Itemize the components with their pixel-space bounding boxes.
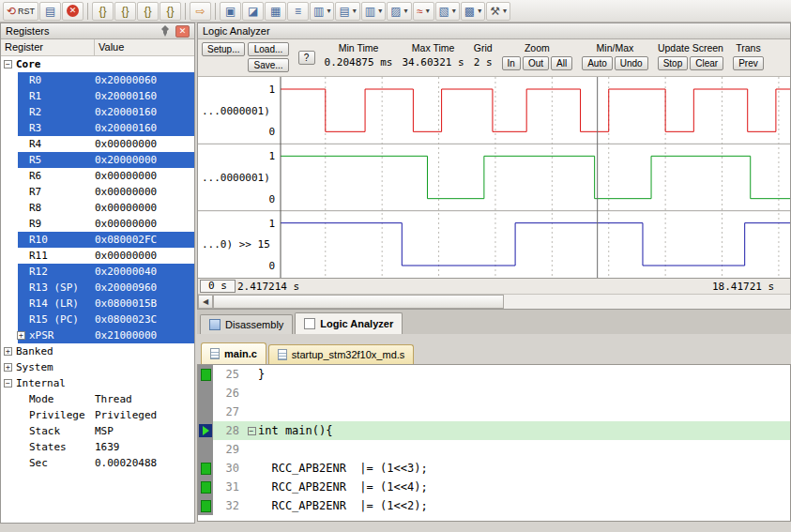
register-column-header[interactable]: Register (1, 39, 95, 55)
code-line-28[interactable]: 28−int main(){ (198, 421, 790, 440)
register-row-sec[interactable]: Sec0.00020488 (1, 455, 194, 471)
breakpoint-margin[interactable] (198, 478, 213, 496)
serial-window-button[interactable]: ▨▾ (387, 2, 411, 21)
run-to-cursor-button[interactable]: {} (160, 2, 181, 21)
command-window-button[interactable]: ▣ (220, 2, 241, 21)
register-row-r4[interactable]: R40x00000000 (1, 136, 194, 152)
register-row-r2[interactable]: R20x20000160 (1, 104, 194, 120)
code-line-27[interactable]: 27 (198, 403, 790, 421)
code-line-25[interactable]: 25} (198, 365, 790, 384)
tree-expander-icon[interactable]: + (4, 347, 12, 356)
tree-expander-icon[interactable]: − (4, 60, 12, 68)
tree-expander-icon[interactable]: + (4, 363, 12, 372)
register-row-r11[interactable]: R110x00000000 (1, 248, 194, 264)
dropdown-arrow-icon[interactable]: ▾ (353, 7, 357, 15)
show-next-statement-button[interactable]: ⇨ (190, 2, 211, 21)
register-row-xpsr[interactable]: +xPSR0x21000000 (1, 327, 194, 343)
memory-window-button[interactable]: ▥▾ (361, 2, 386, 21)
call-stack-window-button[interactable]: ▥▾ (310, 2, 334, 21)
horizontal-scrollbar[interactable]: ◀ (198, 295, 790, 309)
register-row-r15-pc[interactable]: R15 (PC)0x0800023C (1, 312, 194, 327)
waveform-area[interactable]: ...0000001)10...0000001)10...0) >> 1510 (198, 77, 790, 279)
breakpoint-margin[interactable] (198, 440, 213, 459)
breakpoint-margin[interactable] (198, 365, 213, 384)
save-button[interactable]: Save... (248, 58, 288, 72)
register-row-core[interactable]: −Core (1, 56, 194, 72)
breakpoint-margin[interactable] (198, 421, 213, 440)
fold-collapse-icon[interactable]: − (248, 427, 256, 435)
zoom-all-button[interactable]: All (551, 56, 572, 70)
register-row-r8[interactable]: R80x00000000 (1, 200, 194, 216)
setup-button[interactable]: Setup... (202, 42, 245, 56)
minmax-undo-button[interactable]: Undo (615, 56, 648, 70)
zoom-out-button[interactable]: Out (523, 56, 549, 70)
breakpoint-margin[interactable] (198, 459, 213, 478)
step-into-button[interactable]: {} (92, 2, 114, 21)
register-row-r7[interactable]: R70x00000000 (1, 184, 194, 200)
disassembly-window-button[interactable]: ◪ (242, 2, 264, 21)
dropdown-arrow-icon[interactable]: ▾ (403, 7, 407, 15)
tree-expander-icon[interactable]: − (4, 379, 12, 388)
scroll-left-icon[interactable]: ◀ (198, 295, 213, 309)
register-row-r9[interactable]: R90x00000000 (1, 216, 194, 232)
pin-icon[interactable] (159, 25, 172, 38)
fold-column[interactable]: − (245, 421, 258, 440)
register-row-r5[interactable]: R50x20000000 (1, 152, 194, 168)
dropdown-arrow-icon[interactable]: ▾ (478, 7, 481, 15)
register-row-r0[interactable]: R00x20000060 (1, 72, 194, 88)
code-area[interactable]: 25}262728−int main(){2930 RCC_APB2ENR |=… (197, 364, 791, 522)
register-row-r10[interactable]: R100x080002FC (1, 232, 194, 248)
code-line-29[interactable]: 29 (198, 440, 790, 459)
reset-button[interactable]: ⟲RST (3, 2, 38, 21)
symbol-window-button[interactable]: ▦ (265, 2, 286, 21)
register-row-r3[interactable]: R30x20000160 (1, 120, 194, 136)
breakpoint-margin[interactable] (198, 384, 213, 403)
system-viewer-button[interactable]: ▩▾ (461, 2, 485, 21)
register-row-privilege[interactable]: PrivilegePrivileged (1, 407, 194, 423)
value-column-header[interactable]: Value (95, 39, 194, 55)
debug-toolbox-button[interactable]: ⚒▾ (486, 2, 510, 21)
register-row-mode[interactable]: ModeThread (1, 391, 194, 407)
source-window-button[interactable]: ▤ (39, 2, 61, 21)
waveform-svg[interactable]: ...0000001)10...0000001)10...0) >> 1510 (198, 77, 790, 278)
register-row-r13-sp[interactable]: R13 (SP)0x20000960 (1, 280, 194, 296)
editor-tab-main-c[interactable]: main.c (201, 342, 266, 364)
register-row-r6[interactable]: R60x00000000 (1, 168, 194, 184)
editor-tab-startup-stm32f10x-md-s[interactable]: startup_stm32f10x_md.s (268, 344, 414, 364)
close-icon[interactable]: ✕ (175, 25, 190, 38)
registers-window-button[interactable]: ≡ (287, 2, 309, 21)
breakpoint-margin[interactable] (198, 496, 213, 515)
transition-prev-button[interactable]: Prev (733, 56, 764, 70)
register-row-banked[interactable]: +Banked (1, 343, 194, 359)
ruler-origin-box[interactable]: 0 s (200, 280, 236, 293)
load-button[interactable]: Load... (248, 42, 288, 56)
dropdown-arrow-icon[interactable]: ▾ (452, 7, 456, 15)
scrollbar-track[interactable] (213, 295, 790, 309)
dropdown-arrow-icon[interactable]: ▾ (503, 7, 507, 15)
dropdown-arrow-icon[interactable]: ▾ (327, 7, 330, 15)
step-out-button[interactable]: {} (137, 2, 159, 21)
register-row-system[interactable]: +System (1, 359, 194, 375)
code-line-26[interactable]: 26 (198, 384, 790, 403)
register-row-stack[interactable]: StackMSP (1, 423, 194, 439)
register-row-r1[interactable]: R10x20000160 (1, 88, 194, 104)
update-clear-button[interactable]: Clear (690, 56, 723, 70)
dock-tab-logic-analyzer[interactable]: Logic Analyzer (295, 312, 403, 334)
breakpoint-margin[interactable] (198, 403, 213, 421)
code-line-31[interactable]: 31 RCC_APB2ENR |= (1<<4); (198, 478, 790, 496)
zoom-in-button[interactable]: In (502, 56, 521, 70)
update-stop-button[interactable]: Stop (658, 56, 689, 70)
tree-expander-icon[interactable]: + (17, 331, 25, 340)
code-line-30[interactable]: 30 RCC_APB2ENR |= (1<<3); (198, 459, 790, 478)
register-row-r12[interactable]: R120x20000040 (1, 264, 194, 280)
register-row-states[interactable]: States1639 (1, 439, 194, 455)
scrollbar-thumb[interactable] (213, 295, 504, 309)
minmax-auto-button[interactable]: Auto (582, 56, 613, 70)
kill-all-button[interactable]: ✕ (62, 2, 84, 21)
dropdown-arrow-icon[interactable]: ▾ (426, 7, 430, 15)
dropdown-arrow-icon[interactable]: ▾ (378, 7, 382, 15)
watch-window-button[interactable]: ▤▾ (335, 2, 359, 21)
register-row-r14-lr[interactable]: R14 (LR)0x0800015B (1, 296, 194, 312)
analysis-window-button[interactable]: ≈▾ (413, 2, 434, 21)
register-row-internal[interactable]: −Internal (1, 375, 194, 391)
